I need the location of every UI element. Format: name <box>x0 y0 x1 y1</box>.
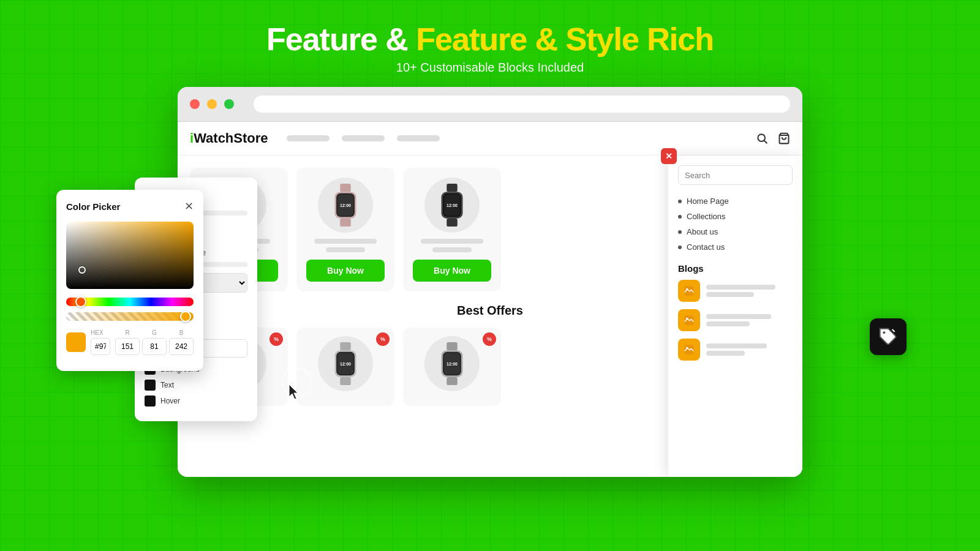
b-input[interactable] <box>169 338 194 355</box>
sale-badge-2: % <box>376 332 390 346</box>
sale-badge-3: % <box>483 332 496 346</box>
svg-text:12:00: 12:00 <box>340 203 351 208</box>
color-picker-title: Color Picker <box>66 201 120 212</box>
blog-text-lines-1 <box>706 285 793 297</box>
blogs-section-title: Blogs <box>678 263 793 274</box>
nav-link-1 <box>287 135 330 141</box>
sidebar-search-input[interactable] <box>678 165 793 185</box>
sidebar-nav-label-collections: Collections <box>687 212 726 221</box>
sidebar-nav-item-contact[interactable]: Contact us <box>678 239 793 255</box>
svg-point-46 <box>883 331 885 334</box>
nav-dot-about <box>678 230 682 234</box>
hex-label: HEX <box>91 329 110 336</box>
hex-input[interactable] <box>91 338 110 355</box>
nav-link-3 <box>397 135 440 141</box>
blog-text-lines-2 <box>706 314 793 326</box>
sidebar-close-button[interactable]: ✕ <box>661 148 677 164</box>
tag-icon <box>878 327 898 347</box>
g-label: G <box>152 329 157 336</box>
blog-line-title-2 <box>706 314 771 319</box>
blog-image-icon-3 <box>683 343 695 356</box>
hue-thumb <box>75 296 86 307</box>
store-nav: iWatchStore <box>178 122 802 156</box>
b-field: B <box>169 329 194 355</box>
offer-image-2: 12:00 <box>318 336 373 391</box>
browser-content: iWatchStore <box>178 122 802 477</box>
page-wrapper: Feature & Feature & Style Rich 10+ Custo… <box>0 0 980 551</box>
svg-rect-32 <box>340 377 351 385</box>
buy-now-btn-3[interactable]: Buy Now <box>413 260 491 282</box>
blog-line-sub-3 <box>706 351 745 356</box>
svg-point-42 <box>686 318 688 320</box>
blog-item-1 <box>678 280 793 302</box>
color-preview-swatch <box>66 332 86 352</box>
sale-badge-1: % <box>270 332 283 346</box>
color-picker-close-button[interactable]: ✕ <box>184 200 194 213</box>
hover-color-row: Hover <box>145 395 247 407</box>
r-field: R <box>115 329 140 355</box>
hue-slider[interactable] <box>66 298 194 306</box>
color-picker-header: Color Picker ✕ <box>66 200 194 213</box>
product-price-bar-2 <box>326 247 365 252</box>
blog-line-title-1 <box>706 285 775 290</box>
browser-dot-green[interactable] <box>224 99 234 109</box>
bag-icon[interactable] <box>778 132 790 144</box>
b-label: B <box>179 329 184 336</box>
svg-rect-33 <box>447 342 458 350</box>
svg-rect-38 <box>447 377 458 385</box>
svg-rect-14 <box>340 219 351 227</box>
logo-text: WatchStore <box>194 130 268 146</box>
nav-dot-collections <box>678 215 682 219</box>
opacity-slider[interactable] <box>66 312 194 321</box>
blog-thumb-2 <box>678 309 700 331</box>
browser-url-bar[interactable] <box>254 96 790 113</box>
offer-image-3: 12:00 <box>424 336 480 391</box>
g-input[interactable] <box>142 338 167 355</box>
color-picker-panel: Color Picker ✕ HEX R <box>56 190 203 371</box>
sidebar-nav-label-about: About us <box>687 227 718 236</box>
product-title-bar-2 <box>314 239 377 244</box>
browser-window: iWatchStore <box>178 87 802 477</box>
store-logo: iWatchStore <box>190 130 268 146</box>
sidebar-panel: ✕ Home Page Collections About us Contact… <box>668 156 802 477</box>
product-image-3: 12:00 <box>424 178 480 233</box>
svg-line-1 <box>764 141 767 144</box>
blog-image-icon-1 <box>683 285 695 297</box>
search-icon[interactable] <box>756 132 768 144</box>
product-price-bar-3 <box>432 247 472 252</box>
svg-rect-27 <box>340 342 351 350</box>
hover-color-swatch[interactable] <box>145 395 156 407</box>
browser-chrome <box>178 87 802 122</box>
hex-section: HEX <box>91 329 110 355</box>
buy-now-btn-2[interactable]: Buy Now <box>306 260 385 282</box>
svg-point-40 <box>686 288 688 290</box>
blog-line-sub-2 <box>706 321 750 326</box>
browser-dot-yellow[interactable] <box>207 99 217 109</box>
blog-item-2 <box>678 309 793 331</box>
browser-dot-red[interactable] <box>190 99 200 109</box>
gradient-cursor <box>78 266 86 274</box>
watch-svg-pink: 12:00 <box>327 184 364 227</box>
text-color-swatch[interactable] <box>145 380 156 391</box>
nav-links <box>287 135 440 141</box>
svg-rect-15 <box>447 184 458 192</box>
r-input[interactable] <box>115 338 140 355</box>
header-section: Feature & Feature & Style Rich 10+ Custo… <box>266 0 714 75</box>
sidebar-nav-item-about[interactable]: About us <box>678 224 793 239</box>
sidebar-nav-item-home[interactable]: Home Page <box>678 193 793 209</box>
opacity-thumb <box>180 311 191 322</box>
sidebar-nav-item-collections[interactable]: Collections <box>678 209 793 224</box>
text-color-row: Text <box>145 380 247 391</box>
text-color-label: Text <box>160 381 174 389</box>
rgb-section: R G B <box>115 329 194 355</box>
product-title-bar-3 <box>421 239 483 244</box>
product-card-2: 12:00 Buy Now <box>296 168 394 291</box>
nav-dot-home <box>678 200 682 203</box>
blog-item-3 <box>678 339 793 361</box>
offer-card-3: % 12:00 <box>403 328 501 406</box>
product-image-2: 12:00 <box>318 178 373 233</box>
offer-watch-svg-2: 12:00 <box>327 342 364 385</box>
color-gradient-canvas[interactable] <box>66 222 194 289</box>
g-field: G <box>142 329 167 355</box>
color-inputs-row: HEX R G B <box>66 329 194 355</box>
